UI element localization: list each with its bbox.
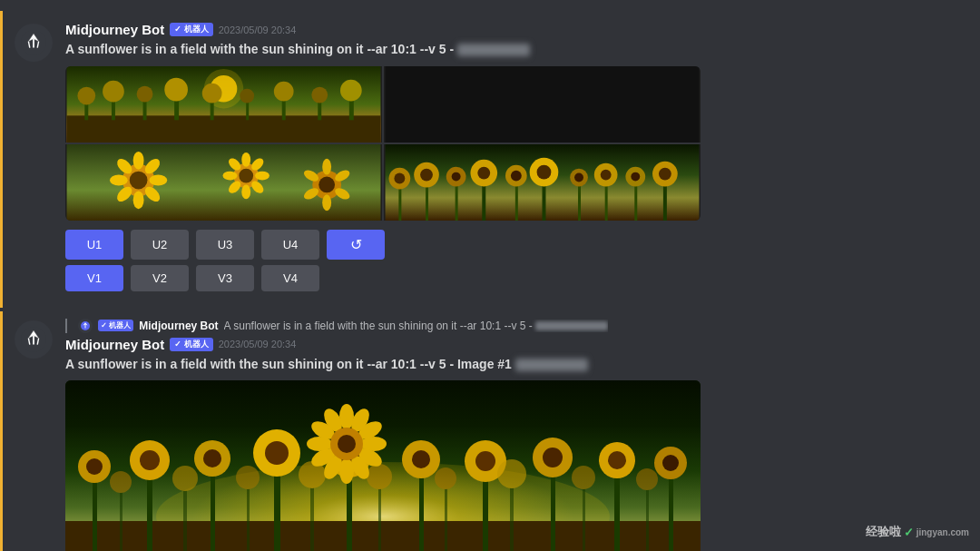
svg-point-66 <box>452 172 461 181</box>
svg-point-30 <box>130 171 148 189</box>
svg-point-45 <box>241 184 250 199</box>
image-cell-bl <box>65 144 382 221</box>
bot-avatar-1 <box>15 24 53 62</box>
variation-4-button[interactable]: V4 <box>261 265 319 291</box>
svg-point-133 <box>172 466 198 491</box>
message-content-1: Midjourney Bot ✓ 机器人 2023/05/09 20:34 A … <box>65 22 965 297</box>
svg-rect-130 <box>120 485 122 551</box>
button-row-upscale: U1 U2 U3 U4 ↺ <box>65 230 965 260</box>
message-header-1: Midjourney Bot ✓ 机器人 2023/05/09 20:34 <box>65 22 965 37</box>
svg-point-63 <box>420 168 433 181</box>
svg-point-81 <box>601 169 612 180</box>
variation-3-button[interactable]: V3 <box>196 265 254 291</box>
blurred-text-2 <box>515 359 588 371</box>
svg-point-72 <box>511 170 522 181</box>
svg-point-37 <box>110 174 128 185</box>
svg-point-16 <box>164 77 188 101</box>
svg-point-18 <box>202 83 222 103</box>
svg-point-47 <box>223 171 238 180</box>
svg-point-108 <box>203 449 221 467</box>
svg-point-120 <box>475 451 495 471</box>
upscale-2-button[interactable]: U2 <box>131 230 189 260</box>
svg-rect-127 <box>669 468 673 551</box>
svg-point-141 <box>435 467 456 489</box>
svg-rect-124 <box>614 466 620 551</box>
svg-point-102 <box>86 458 103 475</box>
svg-rect-134 <box>247 480 250 551</box>
username-1: Midjourney Bot <box>65 22 164 37</box>
left-border-accent-2 <box>0 311 3 551</box>
image-cell-tr <box>384 66 701 143</box>
ref-avatar <box>78 319 93 333</box>
svg-rect-106 <box>211 464 215 551</box>
svg-point-87 <box>659 167 671 180</box>
sunflower-scene-br <box>384 144 701 221</box>
svg-point-84 <box>631 172 640 181</box>
watermark-text: 经验啦 <box>866 524 901 540</box>
svg-point-22 <box>274 81 294 101</box>
svg-point-69 <box>477 166 490 179</box>
svg-rect-144 <box>583 480 585 551</box>
svg-point-135 <box>236 466 260 489</box>
message-group-2: ✓ 机器人 Midjourney Bot A sunflower is in a… <box>0 311 980 551</box>
svg-rect-100 <box>93 471 97 551</box>
ref-bot-badge: ✓ 机器人 <box>98 320 133 331</box>
ref-avatar-icon <box>81 321 90 330</box>
image-cell-tl <box>65 66 382 143</box>
refresh-button[interactable]: ↺ <box>327 230 385 260</box>
svg-point-54 <box>322 194 331 211</box>
svg-point-131 <box>110 471 132 493</box>
svg-point-31 <box>133 151 144 169</box>
upscale-1-button[interactable]: U1 <box>65 230 123 260</box>
svg-rect-99 <box>65 521 701 551</box>
sunflower-scene-tl <box>65 66 382 143</box>
svg-rect-27 <box>386 66 700 143</box>
svg-point-33 <box>149 174 167 185</box>
svg-point-10 <box>77 86 95 104</box>
watermark-domain: jingyan.com <box>916 527 969 537</box>
message-group-1: Midjourney Bot ✓ 机器人 2023/05/09 20:34 A … <box>0 11 980 308</box>
svg-point-143 <box>497 459 526 488</box>
message-content-2: ✓ 机器人 Midjourney Bot A sunflower is in a… <box>65 319 965 551</box>
svg-point-78 <box>574 172 583 182</box>
svg-point-126 <box>608 451 626 469</box>
svg-point-111 <box>265 441 289 465</box>
svg-point-50 <box>318 176 335 192</box>
bot-avatar-2 <box>15 320 53 359</box>
svg-rect-132 <box>183 482 187 551</box>
svg-point-161 <box>338 435 356 453</box>
bot-avatar-icon-2 <box>21 327 46 352</box>
svg-point-14 <box>137 85 153 102</box>
svg-point-24 <box>311 86 328 103</box>
svg-point-26 <box>340 79 362 101</box>
sunflower-scene-bl <box>65 144 382 221</box>
svg-rect-138 <box>378 479 381 551</box>
svg-rect-146 <box>646 482 649 551</box>
bot-badge-1: ✓ 机器人 <box>170 23 213 36</box>
ref-blurred <box>535 321 608 330</box>
upscale-4-button[interactable]: U4 <box>261 230 319 260</box>
svg-point-41 <box>241 152 250 166</box>
watermark: 经验啦 ✓ jingyan.com <box>866 524 969 540</box>
svg-point-43 <box>255 171 270 180</box>
button-row-variation: V1 V2 V3 V4 <box>65 265 965 291</box>
ref-username: Midjourney Bot <box>139 320 218 332</box>
blurred-text-1 <box>457 44 530 56</box>
variation-2-button[interactable]: V2 <box>131 265 189 291</box>
svg-point-117 <box>412 450 430 468</box>
svg-point-139 <box>367 464 392 489</box>
variation-1-button[interactable]: V1 <box>65 265 123 291</box>
svg-point-51 <box>322 158 331 174</box>
message-text-1: A sunflower is in a field with the sun s… <box>65 41 965 59</box>
sunflower-scene-tr <box>384 66 701 143</box>
refresh-icon: ↺ <box>350 236 362 253</box>
svg-point-147 <box>636 468 658 490</box>
upscale-3-button[interactable]: U3 <box>196 230 254 260</box>
svg-point-75 <box>537 164 552 179</box>
svg-rect-136 <box>310 478 314 551</box>
svg-rect-140 <box>445 481 447 551</box>
ref-text: A sunflower is in a field with the sun s… <box>224 320 609 332</box>
svg-point-105 <box>140 450 160 470</box>
svg-point-129 <box>662 455 679 471</box>
svg-point-60 <box>394 172 405 183</box>
